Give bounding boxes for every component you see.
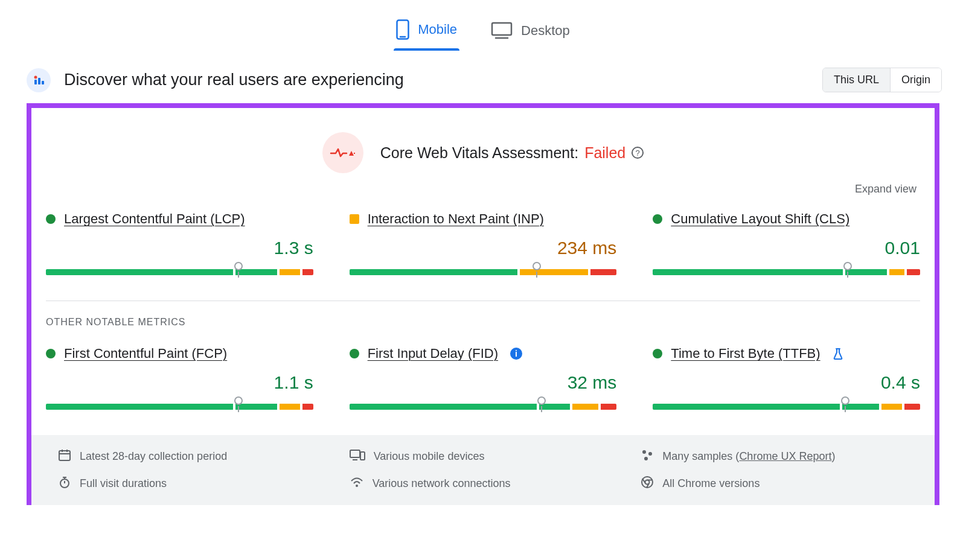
status-indicator <box>350 349 359 358</box>
meta-versions-text: All Chrome versions <box>662 477 760 490</box>
svg-point-19 <box>644 457 648 460</box>
status-indicator <box>46 214 56 224</box>
percentile-marker <box>841 396 849 405</box>
svg-rect-16 <box>360 452 365 460</box>
svg-point-4 <box>34 75 37 78</box>
metric-lcp: Largest Contentful Paint (LCP)1.3 s <box>46 211 313 279</box>
metric-value: 0.01 <box>653 238 920 258</box>
device-tabs: Mobile Desktop <box>0 0 966 51</box>
tab-desktop[interactable]: Desktop <box>488 16 572 51</box>
mobile-icon <box>396 19 409 40</box>
svg-rect-6 <box>38 78 40 84</box>
meta-devices-text: Various mobile devices <box>374 450 485 463</box>
meta-collection-period: Latest 28-day collection period <box>58 448 325 465</box>
metric-value: 0.4 s <box>653 372 920 393</box>
metric-name-link[interactable]: Largest Contentful Paint (LCP) <box>64 211 245 227</box>
svg-rect-14 <box>350 450 360 457</box>
info-icon[interactable]: i <box>510 348 522 360</box>
svg-point-24 <box>356 485 358 487</box>
heading-row: Discover what your real users are experi… <box>0 51 966 103</box>
crux-report-link[interactable]: Chrome UX Report <box>739 450 831 462</box>
status-indicator <box>350 214 359 224</box>
meta-period-text: Latest 28-day collection period <box>80 450 227 463</box>
divider <box>46 301 920 301</box>
flask-icon[interactable] <box>833 348 843 360</box>
metric-value: 1.1 s <box>46 372 313 393</box>
assessment-row: Core Web Vitals Assessment: Failed ? <box>46 132 920 173</box>
distribution-bar <box>350 262 617 279</box>
calendar-icon <box>58 448 71 465</box>
percentile-marker <box>234 262 243 270</box>
devices-icon <box>350 449 365 464</box>
metric-name-link[interactable]: Time to First Byte (TTFB) <box>671 346 820 361</box>
network-icon <box>350 476 364 491</box>
meta-durations-text: Full visit durations <box>80 477 167 490</box>
metric-value: 1.3 s <box>46 238 313 258</box>
distribution-bar <box>653 262 920 279</box>
core-metrics-grid: Largest Contentful Paint (LCP)1.3 sInter… <box>46 211 920 279</box>
meta-devices: Various mobile devices <box>350 448 617 465</box>
metric-name-link[interactable]: First Contentful Paint (FCP) <box>64 346 227 361</box>
status-indicator <box>46 349 56 358</box>
meta-samples: Many samples (Chrome UX Report) <box>641 448 908 465</box>
tab-desktop-label: Desktop <box>521 23 570 39</box>
status-indicator <box>653 349 662 358</box>
other-metrics-heading: OTHER NOTABLE METRICS <box>46 317 920 328</box>
meta-versions: All Chrome versions <box>641 476 908 492</box>
metric-cls: Cumulative Layout Shift (CLS)0.01 <box>653 211 920 279</box>
distribution-bar <box>653 396 920 413</box>
metric-name-link[interactable]: Interaction to Next Paint (INP) <box>368 211 544 227</box>
percentile-marker <box>533 262 541 270</box>
scope-this-url[interactable]: This URL <box>823 68 890 92</box>
expand-view-link[interactable]: Expand view <box>855 183 916 196</box>
desktop-icon <box>491 22 513 40</box>
metric-inp: Interaction to Next Paint (INP)234 ms <box>350 211 617 279</box>
meta-samples-text: Many samples (Chrome UX Report) <box>662 450 835 463</box>
svg-rect-2 <box>492 23 511 35</box>
svg-rect-10 <box>59 451 70 460</box>
other-metrics-grid: First Contentful Paint (FCP)1.1 sFirst I… <box>46 346 920 413</box>
assessment-label: Core Web Vitals Assessment: <box>380 144 578 162</box>
metric-name-link[interactable]: First Input Delay (FID) <box>368 346 498 361</box>
meta-durations: Full visit durations <box>58 476 325 492</box>
svg-point-18 <box>648 452 652 456</box>
scatter-icon <box>641 448 654 465</box>
metric-fid: First Input Delay (FID)i32 ms <box>350 346 617 413</box>
assessment-status-icon <box>322 132 363 173</box>
percentile-marker <box>843 262 852 270</box>
distribution-bar <box>46 396 313 413</box>
metric-name-link[interactable]: Cumulative Layout Shift (CLS) <box>671 211 849 227</box>
distribution-bar <box>46 262 313 279</box>
assessment-help-icon[interactable]: ? <box>632 147 644 159</box>
svg-marker-8 <box>349 151 354 156</box>
meta-network: Various network connections <box>350 476 617 492</box>
svg-point-17 <box>642 450 646 454</box>
metric-value: 32 ms <box>350 372 617 393</box>
stopwatch-icon <box>58 476 71 492</box>
crux-icon <box>27 68 51 92</box>
metric-value: 234 ms <box>350 238 617 258</box>
tab-mobile[interactable]: Mobile <box>394 13 459 51</box>
scope-toggle: This URL Origin <box>822 68 942 92</box>
distribution-bar <box>350 396 617 413</box>
tab-mobile-label: Mobile <box>418 22 457 37</box>
svg-rect-5 <box>34 80 37 84</box>
percentile-marker <box>537 396 546 405</box>
field-data-panel: Core Web Vitals Assessment: Failed ? Exp… <box>27 103 939 505</box>
percentile-marker <box>234 396 243 405</box>
scope-origin[interactable]: Origin <box>890 68 941 92</box>
meta-network-text: Various network connections <box>373 477 511 490</box>
assessment-status: Failed <box>584 144 625 162</box>
chrome-icon <box>641 476 654 492</box>
status-indicator <box>653 214 662 224</box>
metadata-footer: Latest 28-day collection period Various … <box>31 435 935 505</box>
svg-rect-7 <box>42 81 44 84</box>
page-title: Discover what your real users are experi… <box>64 71 404 89</box>
metric-ttfb: Time to First Byte (TTFB)0.4 s <box>653 346 920 413</box>
metric-fcp: First Contentful Paint (FCP)1.1 s <box>46 346 313 413</box>
